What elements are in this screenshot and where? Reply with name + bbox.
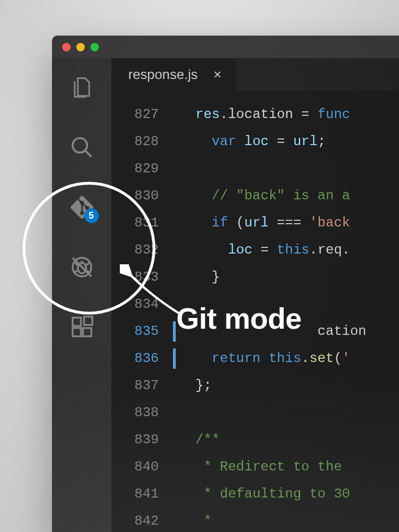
svg-point-0 bbox=[72, 138, 87, 153]
line-number: 842 bbox=[111, 508, 179, 532]
code-line[interactable]: 829 bbox=[111, 155, 399, 182]
line-number: 830 bbox=[111, 182, 179, 210]
svg-line-1 bbox=[85, 151, 91, 157]
code-line[interactable]: 835 cation bbox=[111, 318, 399, 345]
line-number: 833 bbox=[111, 264, 179, 291]
code-line[interactable]: 841 * defaulting to 30 bbox=[111, 481, 399, 508]
code-line[interactable]: 832 loc = this.req. bbox=[111, 237, 399, 264]
line-number: 839 bbox=[111, 426, 179, 453]
svg-rect-13 bbox=[84, 317, 92, 325]
code-line[interactable]: 838 bbox=[111, 399, 399, 426]
source-control-badge: 5 bbox=[84, 208, 99, 223]
line-content[interactable]: } bbox=[179, 264, 399, 291]
code-line[interactable]: 842 * bbox=[111, 508, 399, 532]
source-control-icon[interactable]: 5 bbox=[68, 194, 96, 221]
line-number: 831 bbox=[111, 210, 179, 237]
line-content[interactable]: var loc = url; bbox=[179, 128, 399, 155]
code-line[interactable]: 839 /** bbox=[111, 426, 399, 453]
line-number: 837 bbox=[111, 372, 179, 399]
line-number: 829 bbox=[111, 155, 179, 182]
minimize-window-button[interactable] bbox=[76, 43, 85, 51]
code-line[interactable]: 831 if (url === 'back bbox=[111, 210, 399, 237]
line-number: 834 bbox=[111, 291, 179, 318]
code-line[interactable]: 830 // "back" is an a bbox=[111, 182, 399, 210]
tab-response-js[interactable]: response.js × bbox=[111, 58, 235, 91]
zoom-window-button[interactable] bbox=[90, 43, 99, 51]
line-content[interactable]: res.location = func bbox=[179, 101, 399, 128]
svg-rect-12 bbox=[83, 328, 91, 337]
line-content[interactable]: loc = this.req. bbox=[179, 237, 399, 264]
code-line[interactable]: 834 bbox=[111, 291, 399, 318]
line-content[interactable] bbox=[179, 291, 399, 318]
close-window-button[interactable] bbox=[62, 43, 71, 51]
svg-rect-10 bbox=[72, 318, 81, 326]
extensions-icon[interactable] bbox=[68, 313, 96, 341]
editor-tabs: response.js × bbox=[111, 58, 399, 91]
close-tab-icon[interactable]: × bbox=[214, 67, 222, 82]
code-line[interactable]: 840 * Redirect to the bbox=[111, 453, 399, 481]
line-content[interactable]: // "back" is an a bbox=[179, 182, 399, 210]
line-number: 840 bbox=[111, 453, 179, 481]
activity-bar: 5 bbox=[52, 58, 111, 532]
line-number: 828 bbox=[111, 128, 179, 155]
svg-line-7 bbox=[75, 271, 78, 273]
line-content[interactable] bbox=[179, 155, 399, 182]
code-line[interactable]: 836 return this.set(' bbox=[111, 345, 399, 372]
line-number: 841 bbox=[111, 481, 179, 508]
search-icon[interactable] bbox=[68, 134, 96, 161]
code-line[interactable]: 833 } bbox=[111, 264, 399, 291]
line-content[interactable]: if (url === 'back bbox=[179, 210, 399, 237]
code-line[interactable]: 827 res.location = func bbox=[111, 101, 399, 128]
line-content[interactable]: }; bbox=[179, 372, 399, 399]
code-line[interactable]: 837 }; bbox=[111, 372, 399, 399]
line-number: 827 bbox=[111, 101, 179, 128]
line-content[interactable]: * bbox=[179, 508, 399, 532]
code-editor[interactable]: 827 res.location = func828 var loc = url… bbox=[111, 91, 399, 532]
tab-title: response.js bbox=[128, 67, 198, 82]
line-content[interactable]: return this.set(' bbox=[179, 345, 399, 372]
editor-area: response.js × 827 res.location = func828… bbox=[111, 58, 399, 532]
svg-line-6 bbox=[86, 263, 89, 265]
line-content[interactable]: cation bbox=[179, 318, 399, 345]
editor-window: 5 bbox=[52, 36, 399, 532]
explorer-icon[interactable] bbox=[68, 74, 96, 101]
window-titlebar[interactable] bbox=[52, 36, 399, 58]
line-content[interactable]: /** bbox=[179, 426, 399, 453]
line-number: 835 bbox=[111, 318, 179, 345]
line-content[interactable]: * defaulting to 30 bbox=[179, 481, 399, 508]
line-content[interactable] bbox=[179, 399, 399, 426]
line-number: 836 bbox=[111, 345, 179, 372]
code-line[interactable]: 828 var loc = url; bbox=[111, 128, 399, 155]
line-content[interactable]: * Redirect to the bbox=[179, 453, 399, 481]
debug-icon[interactable] bbox=[68, 254, 96, 281]
svg-rect-11 bbox=[72, 328, 81, 337]
line-number: 838 bbox=[111, 399, 179, 426]
line-number: 832 bbox=[111, 237, 179, 264]
